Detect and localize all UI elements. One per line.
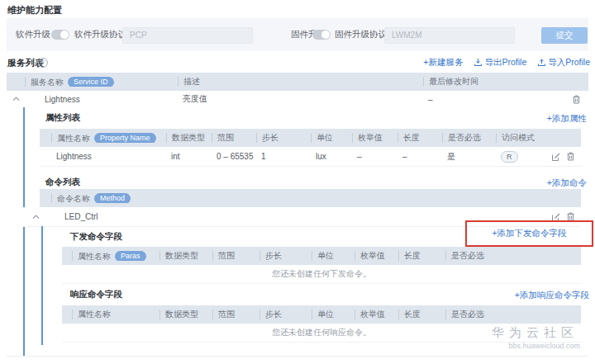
new-service-button[interactable]: +新建服务	[423, 57, 463, 69]
required-header: 是否必选	[445, 251, 581, 261]
command-name-header-label: 命令名称	[57, 194, 90, 203]
software-upgrade-label: 软件升级	[16, 29, 50, 40]
enum-cell: –	[352, 152, 397, 161]
enum-header: 枚举值	[355, 251, 398, 261]
service-detail-panel: 属性列表 +添加属性 属性名称Property Name 数据类型 范围 步长 …	[7, 107, 588, 357]
paras-badge: Paras	[115, 251, 146, 261]
property-list-title: 属性列表	[45, 112, 80, 124]
property-name-cell: Lightness	[40, 152, 166, 161]
length-header: 长度	[398, 310, 445, 319]
export-profile-label: 导出Profile	[484, 57, 526, 69]
property-table-header: 属性名称Property Name 数据类型 范围 步长 单位 枚举值 长度 是…	[40, 129, 581, 147]
add-command-button[interactable]: +添加命令	[547, 177, 587, 189]
service-table-header: 服务名称Service ID 描述 最后修改时间	[7, 73, 588, 91]
response-fields-title: 响应命令字段	[70, 289, 122, 300]
highlight-box: +添加下发命令字段	[465, 220, 593, 247]
service-desc-header: 描述	[178, 77, 423, 87]
length-header: 长度	[397, 133, 442, 143]
unit-header: 单位	[312, 310, 355, 319]
service-modified-cell: –	[423, 95, 555, 104]
field-name-header-label: 属性名称	[78, 252, 111, 261]
data-type-header: 数据类型	[159, 310, 212, 319]
unit-header: 单位	[311, 133, 352, 143]
step-header: 步长	[259, 251, 312, 261]
property-name-header: 属性名称Property Name	[51, 133, 166, 143]
software-protocol-input[interactable]: PCP	[122, 27, 253, 44]
unit-cell: lux	[311, 152, 352, 161]
delete-property-icon[interactable]	[567, 152, 574, 161]
access-mode-tag: R	[501, 151, 518, 163]
import-profile-button[interactable]: 导入Profile	[538, 57, 590, 69]
length-header: 长度	[398, 251, 445, 261]
add-property-button[interactable]: +添加属性	[547, 113, 587, 125]
export-profile-button[interactable]: 导出Profile	[474, 57, 526, 69]
send-fields-table-header: 属性名称Paras 数据类型 范围 步长 单位 枚举值 长度 是否必选	[62, 247, 581, 265]
command-list-title: 命令列表	[45, 177, 80, 188]
required-cell: 是	[442, 151, 496, 163]
range-header: 范围	[212, 133, 256, 143]
add-response-field-button[interactable]: +添加响应命令字段	[515, 290, 589, 301]
step-header: 步长	[259, 310, 312, 319]
service-name-cell: Lightness	[25, 95, 178, 104]
command-name-cell: LED_Ctrl	[48, 212, 317, 221]
watermark-text: 华为云社区	[492, 325, 578, 341]
access-mode-header: 访问模式	[496, 133, 540, 143]
firmware-upgrade-toggle[interactable]	[312, 30, 331, 40]
data-type-header: 数据类型	[159, 251, 212, 261]
new-service-label: +新建服务	[423, 57, 463, 69]
software-upgrade-toggle[interactable]	[51, 30, 69, 40]
step-header: 步长	[256, 133, 311, 143]
toggle-knob	[60, 31, 69, 39]
maintenance-panel: 软件升级 软件升级协议 PCP 固件升级 固件升级协议 LWM2M 提交	[7, 18, 588, 51]
service-name-header-label: 服务名称	[31, 78, 64, 87]
required-header: 是否必选	[442, 133, 496, 143]
range-header: 范围	[212, 251, 259, 261]
service-id-badge: Service ID	[68, 77, 114, 87]
import-icon	[538, 59, 545, 67]
length-cell: –	[397, 152, 442, 161]
property-name-header-label: 属性名称	[57, 134, 90, 143]
import-profile-label: 导入Profile	[548, 57, 590, 69]
enum-header: 枚举值	[352, 133, 397, 143]
access-mode-cell: R	[496, 151, 540, 163]
field-name-header: 属性名称Paras	[72, 251, 159, 261]
watermark-url: bbs.huaweicloud.com	[508, 342, 580, 350]
firmware-protocol-input[interactable]: LWM2M	[384, 27, 515, 44]
method-badge: Method	[94, 193, 131, 203]
unit-header: 单位	[312, 251, 355, 261]
service-row[interactable]: Lightness 亮度值 –	[7, 91, 588, 108]
command-name-header: 命令名称Method	[51, 193, 166, 203]
send-fields-empty-state: 您还未创建任何下发命令。	[62, 265, 581, 284]
property-name-badge: Property Name	[94, 133, 156, 143]
firmware-protocol-label: 固件升级协议	[335, 29, 387, 40]
property-row[interactable]: Lightness int 0 – 65535 1 lux – – 是 R	[40, 147, 581, 167]
property-actions	[540, 152, 581, 161]
data-type-header: 数据类型	[166, 133, 212, 143]
page-title: 维护能力配置	[7, 4, 62, 17]
service-modified-header: 最后修改时间	[423, 77, 588, 87]
field-name-header: 属性名称	[72, 310, 159, 319]
command-table-header: 命令名称Method	[40, 189, 581, 207]
range-header: 范围	[212, 310, 259, 319]
range-cell: 0 – 65535	[212, 152, 256, 161]
required-header: 是否必选	[445, 310, 581, 319]
step-cell: 1	[256, 152, 311, 161]
collapse-caret-icon[interactable]	[23, 215, 48, 220]
data-type-cell: int	[166, 152, 212, 161]
enum-header: 枚举值	[355, 310, 398, 319]
add-send-field-button[interactable]: +添加下发命令字段	[492, 228, 566, 239]
delete-service-icon[interactable]	[555, 95, 588, 104]
software-protocol-label: 软件升级协议	[74, 29, 126, 40]
toggle-knob	[321, 31, 330, 39]
edit-property-icon[interactable]	[552, 152, 560, 161]
service-list-actions: +新建服务 导出Profile 导入Profile	[423, 57, 590, 69]
send-fields-title: 下发命令字段	[70, 231, 122, 243]
submit-button[interactable]: 提交	[541, 27, 588, 44]
device-profile-page: 维护能力配置 软件升级 软件升级协议 PCP 固件升级 固件升级协议 LWM2M…	[0, 0, 595, 364]
info-icon[interactable]: ?	[38, 58, 48, 68]
collapse-caret-icon[interactable]	[7, 97, 25, 102]
service-desc-cell: 亮度值	[178, 93, 423, 105]
export-icon	[474, 59, 482, 67]
service-name-header: 服务名称Service ID	[25, 77, 178, 87]
response-fields-table-header: 属性名称 数据类型 范围 步长 单位 枚举值 长度 是否必选	[62, 305, 581, 324]
